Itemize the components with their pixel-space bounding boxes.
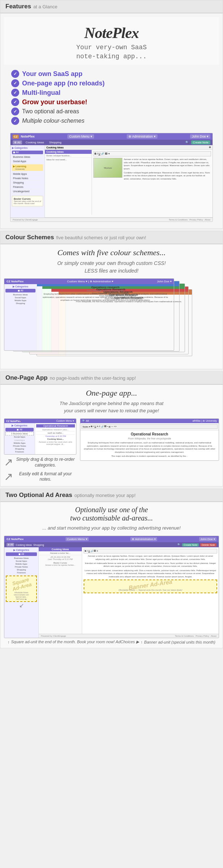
mini-drag-item[interactable]: ≡ Business Ideas [5,432,34,435]
ads-note-selected[interactable]: Cooking Ideas [39,547,82,551]
bezier-ad-block: Bezier Curves Special rates until the en… [12,196,43,206]
purple-all[interactable]: ◼ All [5,289,35,292]
re-list[interactable]: • [107,425,108,428]
ads-all-tab[interactable]: ⊕ All [7,543,14,547]
rtb-list[interactable]: ≡ [108,152,110,155]
purple-logo: CZ NotePlex [7,280,24,283]
sidebar-note-3[interactable]: Mobile Apps [12,172,43,176]
purple-shopping[interactable]: Shopping [5,302,35,305]
purple-business[interactable]: Business Ideas [5,293,35,296]
ads-user[interactable]: John Doe ▾ [199,537,216,541]
ads-custom-menu[interactable]: Custom Menu ▾ [66,537,89,541]
mockup-admin-menu[interactable]: ⊕ Administration ▾ [127,134,157,139]
mini-social-apps[interactable]: Social Apps [5,435,34,438]
ads-note-prev[interactable]: Aenean a tortor fac... [39,551,82,555]
ads-admin[interactable]: ⊕ Administration ▾ [130,537,157,541]
colour-schemes-content: Comes with five colour schemes... Or sim… [0,244,223,369]
sidebar-all-item[interactable]: ◼ All [12,151,43,154]
mockup-search-icon: 🔍 [185,141,189,144]
section-header-features: Features at a Glance [0,0,223,13]
mini-shopping[interactable]: Shopping [5,447,34,450]
re-underline[interactable]: U [94,425,96,428]
ads-note-panel: Cooking Ideas Aenean a tortor fac... 28 … [39,547,219,634]
mini-op-research-selected[interactable]: Operational Research [36,424,75,427]
ops-research-heading: Operational Research [82,432,217,436]
mini-private-notes[interactable]: Private Notes [5,444,34,447]
sidebar-note-4[interactable]: Private Notes [12,176,43,181]
mini-cooking-ideas-label[interactable]: Cooking Ideas... [36,438,75,441]
aet-img[interactable]: 🖼 [94,550,96,552]
ads-subnav: ⊕ All Cooking Ideas Shopping 🔍 Create No… [4,542,219,547]
mockup-body: ▶ Categories ◼ All Business Ideas Social… [10,145,213,218]
sidebar-note-uncategorised[interactable]: Uncategorised [12,189,43,194]
mini-note-preview-1[interactable]: Operations research (also... [36,428,75,431]
toolbar-btn-1[interactable]: ⊕ [209,146,211,149]
purple-content: Operations research From Wikipedia, the … [37,284,174,351]
re-styles[interactable]: Styles ▾ [83,425,90,428]
purple-social[interactable]: Social Apps [5,296,35,299]
purple-mobile[interactable]: Mobile Apps [5,299,35,302]
mini-all-btn[interactable]: ◼ All [5,428,34,431]
mini-mobile-apps[interactable]: Mobile Apps [5,442,34,444]
aet-list[interactable]: ≡ [97,550,98,552]
rtb-img[interactable]: 🖼 [105,152,108,155]
rtb-link[interactable]: 🔗 [101,152,104,155]
mockup-custom-menu[interactable]: Custom Menu ▾ [67,134,94,139]
ads-shopping-tab[interactable]: Shopping [33,544,44,546]
ads-shopping-cat[interactable]: Shopping [6,568,37,571]
aet-underline[interactable]: U [88,550,90,552]
mini-cooking-preview: Aenean a tortor fac vesti ulum utric sus… [36,441,75,446]
re-hr[interactable]: — [111,425,113,428]
rtb-underline[interactable]: U [98,152,100,155]
mini-left-menu[interactable]: Custom Menu ▾ [56,420,74,422]
square-ad-text: Affordable Hotelswww.example.comSpecial … [8,591,35,600]
aet-italic[interactable]: I [87,550,88,552]
ads-create-btn[interactable]: Create Note [182,543,199,547]
ads-mobile[interactable]: Mobile Apps [6,562,37,565]
re-source[interactable]: <> [114,425,117,428]
mockup-user-menu[interactable]: John Doe ▾ [190,134,210,139]
mini-finances[interactable]: Finances [5,450,34,453]
aet-link[interactable]: 🔗 [91,550,93,552]
mini-note-preview-2[interactable]: such as mathe... [36,431,75,434]
sidebar-note-6[interactable]: Finances [12,185,43,189]
sidebar-note-2[interactable]: Social Apps [12,159,43,164]
ads-all-cat[interactable]: ◼ All [6,552,37,556]
features-section: Features at a Glance NotePlex Your very-… [0,0,223,229]
sidebar-note-5[interactable]: Shopping [12,181,43,185]
sidebar-note-1[interactable]: Business Ideas [12,155,43,159]
check-icon-3 [11,89,19,97]
ads-social[interactable]: Social Apps [6,560,37,562]
aet-bold[interactable]: B [85,550,86,552]
re-italic[interactable]: I [93,425,94,428]
re-link[interactable]: 🔗 [101,425,104,428]
ads-finances[interactable]: Finances [6,571,37,574]
mockup-new-btn[interactable]: Create Note [191,140,210,144]
mini-right-logo: 🔍 All [82,420,89,422]
ads-private[interactable]: Private Notes [6,565,37,568]
mockup-all-tab[interactable]: ⊕ All [13,140,22,144]
re-img[interactable]: 🖼 [104,425,106,428]
ads-date: 28 26 2013 8:36 PMLast Thursday at 5:11 … [39,555,82,561]
ads-bezier-note[interactable]: Bezier CurvesAenean a tortor fac egestas… [39,561,82,567]
mockup-shopping-tab[interactable]: Shopping [48,140,63,144]
ads-business[interactable]: Business Ideas [6,557,37,560]
note-preview-2[interactable]: Ideas for next week... [45,157,92,161]
re-bold[interactable]: B [91,425,92,428]
sidebar-learning-group[interactable]: ▶ Learning University [12,164,43,171]
ads-cooking-tab[interactable]: Cooking Ideas [16,544,32,546]
re-color[interactable]: A [97,425,98,428]
banner-ad-area: Banner Ad-Area Affordable Hotels — Speci… [84,580,217,593]
ads-delete-btn[interactable]: Delete Note [200,543,216,547]
re-table[interactable]: ⊞ [109,425,110,428]
selected-note[interactable]: Cooking Ideas [45,150,92,154]
rtb-italic[interactable]: I [97,152,98,155]
rtb-bold[interactable]: B [94,152,96,155]
note-preview-1[interactable]: Donec volutpat faucibus... [45,154,92,157]
ads-footer-powered: Powered by ClientEngage [41,635,66,637]
mini-left-body: ▶ Categories ◼ All ≡ Business Ideas Soci… [4,423,76,454]
ads-footer-links: Terms & Conditions · Privacy Policy · Ab… [175,635,216,637]
mockup-cooking-tab[interactable]: Cooking Ideas [24,140,46,144]
feature-item-3: Multi-lingual [11,89,212,97]
re-align[interactable]: ≡ [99,425,100,428]
